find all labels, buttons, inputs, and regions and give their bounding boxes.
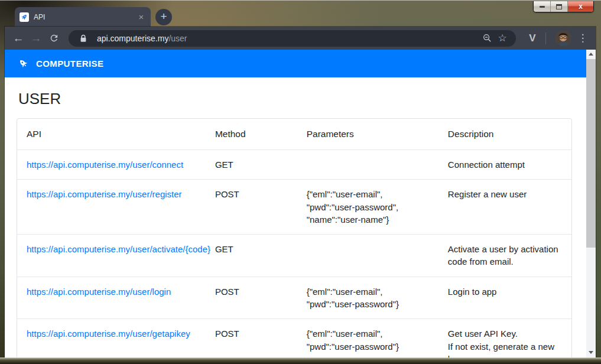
back-button[interactable]: ← <box>9 30 27 47</box>
table-row: https://api.computerise.my/user/getapike… <box>17 319 571 358</box>
table-row: https://api.computerise.my/user/connect … <box>17 150 571 180</box>
api-table-card: API Method Parameters Description https:… <box>17 118 572 358</box>
method-cell: POST <box>206 277 297 319</box>
profile-avatar[interactable] <box>555 31 571 46</box>
method-cell: GET <box>206 235 297 277</box>
browser-toolbar: ← → api.computerise.my/user <box>5 27 596 50</box>
window-close-button[interactable]: x <box>568 1 593 12</box>
scrollbar-down-button[interactable] <box>586 348 596 357</box>
table-row: https://api.computerise.my/user/activate… <box>17 235 571 277</box>
url-path: /user <box>168 34 187 43</box>
browser-titlebar: API × + x <box>0 0 601 27</box>
page-scrollbar[interactable] <box>586 50 596 358</box>
url-text: api.computerise.my/user <box>97 34 479 43</box>
tab-title: API <box>34 13 132 21</box>
description-cell: Register a new user <box>438 180 571 235</box>
page-viewport: COMPUTERISE USER API Method Parameters D… <box>5 50 596 358</box>
table-row: https://api.computerise.my/user/register… <box>17 180 571 235</box>
close-icon: x <box>579 2 583 11</box>
scroll-up-icon <box>589 53 593 56</box>
brand-link[interactable]: COMPUTERISE <box>18 58 103 69</box>
reload-icon <box>49 33 59 43</box>
reload-button[interactable] <box>45 30 63 47</box>
table-row: https://api.computerise.my/user/login PO… <box>17 277 571 319</box>
window-top-highlight <box>0 0 601 1</box>
url-host: api.computerise.my <box>97 34 168 43</box>
params-cell <box>297 235 438 277</box>
api-link[interactable]: https://api.computerise.my/user/getapike… <box>27 329 190 339</box>
window-minimize-button[interactable] <box>534 1 551 12</box>
col-header-description: Description <box>438 119 571 150</box>
minimize-icon <box>540 6 545 8</box>
window-controls: x <box>533 1 594 12</box>
scroll-down-icon <box>589 351 593 354</box>
scrollbar-thumb[interactable] <box>586 59 596 248</box>
browser-menu-icon[interactable]: ⋮ <box>576 32 590 44</box>
description-cell: Connection attempt <box>438 150 571 180</box>
params-cell: {"eml":"user-email", "pwd":"user-passwor… <box>297 180 438 235</box>
vimium-extension-icon[interactable]: V <box>524 32 541 44</box>
description-cell: Activate a user by activation code from … <box>438 235 571 277</box>
api-link[interactable]: https://api.computerise.my/user/activate… <box>27 244 210 254</box>
browser-window: ← → api.computerise.my/user <box>5 27 596 358</box>
api-table-body: https://api.computerise.my/user/connect … <box>17 150 571 358</box>
params-cell: {"eml":"user-email", "pwd":"user-passwor… <box>297 319 438 358</box>
scrollbar-up-button[interactable] <box>586 50 596 58</box>
api-link[interactable]: https://api.computerise.my/user/connect <box>27 160 183 170</box>
brand-rocket-icon <box>18 58 28 69</box>
params-cell <box>297 150 438 180</box>
api-link[interactable]: https://api.computerise.my/user/login <box>27 287 171 297</box>
toolbar-separator <box>545 32 546 44</box>
api-table: API Method Parameters Description https:… <box>17 119 571 358</box>
new-tab-button[interactable]: + <box>155 9 172 25</box>
col-header-api: API <box>17 119 206 150</box>
method-cell: POST <box>206 180 297 235</box>
window-restore-button[interactable] <box>551 1 568 12</box>
page-title: USER <box>18 90 596 108</box>
restore-icon <box>556 4 562 9</box>
method-cell: POST <box>206 319 297 358</box>
site-header: COMPUTERISE <box>5 50 586 77</box>
bookmark-star-icon[interactable]: ☆ <box>495 31 510 46</box>
col-header-method: Method <box>206 119 297 150</box>
params-cell: {"eml":"user-email", "pwd":"user-passwor… <box>297 277 438 319</box>
browser-tab[interactable]: API × <box>15 7 151 27</box>
address-bar[interactable]: api.computerise.my/user ☆ <box>69 30 516 47</box>
zoom-icon[interactable] <box>479 31 495 46</box>
description-cell: Get user API Key. If not exist, generate… <box>438 319 571 358</box>
tab-close-icon[interactable]: × <box>137 12 146 22</box>
method-cell: GET <box>206 150 297 180</box>
col-header-parameters: Parameters <box>297 119 438 150</box>
window-bottom-border <box>0 358 601 364</box>
brand-name: COMPUTERISE <box>36 58 103 69</box>
lock-icon[interactable] <box>76 31 91 46</box>
api-link[interactable]: https://api.computerise.my/user/register <box>27 189 182 199</box>
description-cell: Login to app <box>438 277 571 319</box>
tab-favicon-rocket-icon <box>20 12 29 22</box>
page-content: USER API Method Parameters Description h… <box>5 77 596 358</box>
forward-button: → <box>27 30 45 47</box>
table-header-row: API Method Parameters Description <box>17 119 571 150</box>
